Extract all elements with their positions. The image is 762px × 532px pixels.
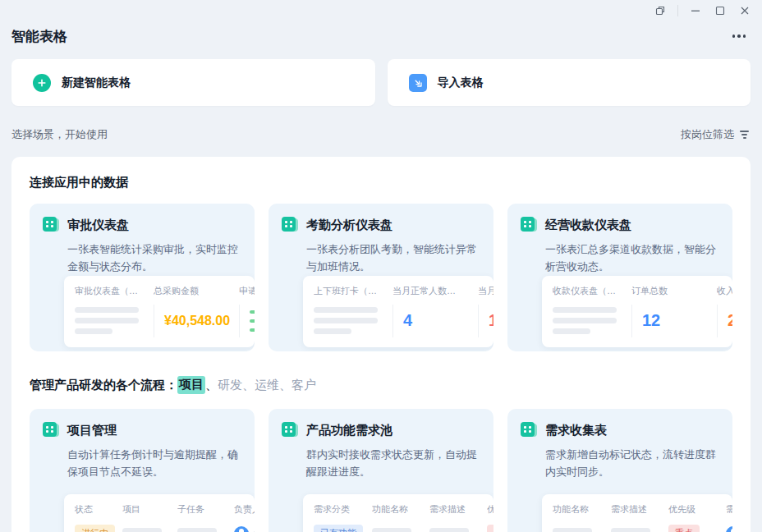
card-title: 经营收款仪表盘: [545, 218, 631, 233]
preview-col-header: 项目: [122, 503, 177, 516]
avatar: [234, 526, 249, 532]
tab-rd[interactable]: 研发: [218, 378, 242, 393]
tab-separator: 、: [279, 378, 291, 393]
preview-cell: 重点: [668, 525, 726, 532]
placeholder-bar: [553, 528, 592, 532]
page-title: 智能表格: [11, 27, 67, 46]
preview-cell: [234, 525, 255, 532]
card-head: 产品功能需求池: [282, 422, 480, 438]
smart-table-icon: [521, 422, 537, 438]
avatar: [726, 526, 732, 532]
smart-table-icon: [282, 422, 298, 438]
preview-cell: 已有功能: [314, 525, 372, 532]
flow-cards-row: 项目管理 自动计算任务倒计时与逾期提醒，确保项目节点不延误。 状态 项目 子任务…: [30, 409, 732, 532]
filter-by-role-label: 按岗位筛选: [681, 127, 734, 142]
card-project-management[interactable]: 项目管理 自动计算任务倒计时与逾期提醒，确保项目节点不延误。 状态 项目 子任务…: [30, 409, 255, 532]
section-heading-flows: 管理产品研发的各个流程： 项目 、 研发 、 运维 、 客户: [30, 376, 732, 394]
smart-table-icon: [282, 217, 298, 233]
scene-panel: 连接应用中的数据 审批仪表盘 一张表智能统计采购审批，实时监控金额与状态分布。 …: [11, 157, 751, 532]
preview-count-value: 12: [642, 311, 660, 330]
preview-cell: [372, 525, 429, 532]
preview-header-row: 状态 项目 子任务 负责人: [75, 503, 255, 516]
page-header: 智能表格: [0, 21, 762, 49]
priority-badge: 重点: [668, 525, 700, 532]
import-table-button[interactable]: 导入表格: [388, 59, 751, 106]
popout-icon[interactable]: [648, 2, 672, 20]
preview-header-row: 审批仪表盘（… 总采购金额 申请人: [75, 285, 255, 297]
preview-cell: 11: [478, 305, 493, 337]
preview-col-header: 负责人: [234, 503, 255, 516]
card-head: 经营收款仪表盘: [521, 217, 719, 233]
tab-project[interactable]: 项目: [177, 376, 205, 394]
placeholder-bar: [122, 528, 162, 532]
preview-table: 上下班打卡（… 当月正常人数… 当月异常人数 4 11: [303, 276, 493, 347]
plus-icon: [33, 74, 51, 92]
preview-data-row: 进行中: [75, 525, 255, 532]
card-title: 产品功能需求池: [306, 423, 392, 438]
preview-table: 审批仪表盘（… 总采购金额 申请人 ¥40,548.00: [64, 276, 255, 347]
import-arrow-icon: [409, 74, 427, 92]
card-head: 审批仪表盘: [43, 217, 241, 233]
card-request-collection[interactable]: 需求收集表 需求新增自动标记状态，流转进度群内实时同步。 功能名称 需求描述 优…: [507, 409, 732, 532]
preview-col-header: 需求描述: [429, 503, 487, 516]
preview-col-header: 订单总数: [631, 285, 717, 297]
preview-cell: [553, 305, 631, 337]
preview-count-value: 24: [728, 311, 732, 330]
placeholder-bar: [372, 528, 411, 532]
card-description: 群内实时接收需求状态更新，自动提醒跟进进度。: [306, 447, 480, 481]
preview-header-row: 功能名称 需求描述 优先级 需求负责人: [553, 503, 732, 516]
preview-data-row: 重点: [553, 525, 732, 532]
card-description: 需求新增自动标记状态，流转进度群内实时同步。: [545, 447, 719, 481]
preview-col-header: 功能名称: [372, 503, 429, 516]
preview-col-header: 需求分类: [314, 503, 372, 516]
preview-cell: [75, 305, 154, 337]
filter-icon: [740, 131, 749, 139]
card-feature-request-pool[interactable]: 产品功能需求池 群内实时接收需求状态更新，自动提醒跟进进度。 需求分类 功能名称…: [269, 409, 493, 532]
preview-cell: [726, 525, 732, 532]
preview-col-header: 优先级: [668, 503, 726, 516]
preview-cell: [553, 525, 611, 532]
placeholder-bars: [553, 307, 617, 334]
tab-customer[interactable]: 客户: [291, 378, 316, 393]
preview-data-row: 已有功能 重点: [314, 525, 493, 532]
preview-data-row: 4 11: [314, 305, 493, 337]
preview-table: 需求分类 功能名称 需求描述 优先级 已有功能 重点: [303, 494, 493, 532]
card-attendance-dashboard[interactable]: 考勤分析仪表盘 一张表分析团队考勤，智能统计异常与加班情况。 上下班打卡（… 当…: [269, 204, 493, 351]
new-smart-table-button[interactable]: 新建智能表格: [11, 59, 375, 106]
scene-bar: 选择场景，开始使用 按岗位筛选: [11, 127, 749, 142]
preview-col-header: 优先级: [487, 503, 493, 516]
preview-cell: [429, 525, 487, 532]
tab-ops[interactable]: 运维: [255, 378, 279, 393]
preview-cell: 重点: [487, 525, 493, 532]
placeholder-bar: [611, 528, 650, 532]
preview-table: 状态 项目 子任务 负责人 进行中: [64, 494, 255, 532]
import-table-label: 导入表格: [438, 76, 484, 90]
card-approval-dashboard[interactable]: 审批仪表盘 一张表智能统计采购审批，实时监控金额与状态分布。 审批仪表盘（… 总…: [30, 204, 255, 351]
preview-cell: [314, 305, 392, 337]
titlebar-divider: [677, 5, 678, 16]
preview-cell: 24: [717, 305, 732, 337]
preview-cell: [177, 525, 234, 532]
placeholder-bar: [429, 528, 469, 532]
filter-by-role-button[interactable]: 按岗位筛选: [681, 127, 749, 142]
preview-col-header: 收款仪表盘（…: [553, 285, 631, 297]
preview-data-row: ¥40,548.00: [75, 305, 255, 337]
preview-col-header: 审批仪表盘（…: [75, 285, 154, 297]
preview-col-header: 需求负责人: [726, 503, 732, 516]
maximize-icon[interactable]: [708, 2, 732, 20]
scene-hint: 选择场景，开始使用: [11, 127, 108, 142]
card-description: 一张表汇总多渠道收款数据，智能分析营收动态。: [545, 241, 719, 276]
more-icon[interactable]: [729, 30, 750, 43]
section-heading-connect: 连接应用中的数据: [30, 175, 732, 190]
preview-cell: ¥40,548.00: [154, 305, 239, 337]
card-title: 需求收集表: [545, 423, 607, 438]
card-description: 自动计算任务倒计时与逾期提醒，确保项目节点不延误。: [67, 447, 241, 481]
preview-amount-value: ¥40,548.00: [164, 314, 230, 328]
placeholder-dashes: [250, 310, 255, 332]
minimize-icon[interactable]: [683, 2, 708, 20]
card-revenue-dashboard[interactable]: 经营收款仪表盘 一张表汇总多渠道收款数据，智能分析营收动态。 收款仪表盘（… 订…: [507, 204, 732, 351]
close-icon[interactable]: [732, 2, 757, 20]
placeholder-bars: [314, 307, 378, 334]
card-head: 需求收集表: [521, 422, 719, 438]
preview-col-header: 子任务: [177, 503, 234, 516]
